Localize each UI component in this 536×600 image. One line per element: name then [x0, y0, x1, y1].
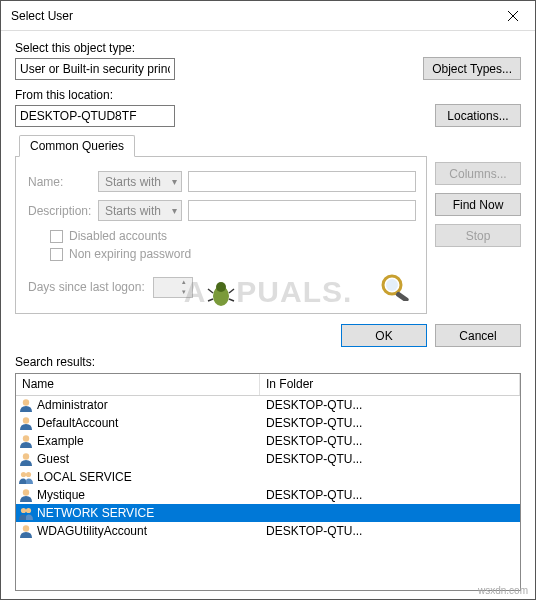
object-type-input[interactable]: [15, 58, 175, 80]
chevron-up-icon: ▴: [176, 277, 192, 287]
cq-desc-input[interactable]: [188, 200, 416, 221]
close-button[interactable]: [490, 1, 535, 31]
row-name-cell: Example: [18, 433, 262, 449]
cancel-button[interactable]: Cancel: [435, 324, 521, 347]
dialog-content: Select this object type: Object Types...…: [1, 31, 535, 599]
row-folder: DESKTOP-QTU...: [262, 488, 518, 502]
row-name: Example: [37, 434, 84, 448]
row-folder: DESKTOP-QTU...: [262, 434, 518, 448]
row-folder: DESKTOP-QTU...: [262, 416, 518, 430]
row-name-cell: Administrator: [18, 397, 262, 413]
results-body[interactable]: AdministratorDESKTOP-QTU...DefaultAccoun…: [16, 396, 520, 590]
user-icon: [18, 451, 34, 467]
row-name-cell: Mystique: [18, 487, 262, 503]
row-name-cell: DefaultAccount: [18, 415, 262, 431]
close-icon: [508, 11, 518, 21]
non-expiring-label: Non expiring password: [69, 247, 191, 261]
location-input[interactable]: [15, 105, 175, 127]
object-type-label: Select this object type:: [15, 41, 521, 55]
table-row[interactable]: MystiqueDESKTOP-QTU...: [16, 486, 520, 504]
user-icon: [18, 523, 34, 539]
stop-button: Stop: [435, 224, 521, 247]
table-row[interactable]: ExampleDESKTOP-QTU...: [16, 432, 520, 450]
search-results-list[interactable]: Name In Folder AdministratorDESKTOP-QTU.…: [15, 373, 521, 591]
cq-desc-mode-combo[interactable]: Starts with ▾: [98, 200, 182, 221]
row-folder: DESKTOP-QTU...: [262, 398, 518, 412]
results-header[interactable]: Name In Folder: [16, 374, 520, 396]
days-since-logon-spinner[interactable]: ▴▾: [153, 277, 193, 298]
user-icon: [18, 397, 34, 413]
table-row[interactable]: DefaultAccountDESKTOP-QTU...: [16, 414, 520, 432]
row-name: LOCAL SERVICE: [37, 470, 132, 484]
column-name[interactable]: Name: [16, 374, 260, 395]
row-name: Administrator: [37, 398, 108, 412]
find-now-button[interactable]: Find Now: [435, 193, 521, 216]
locations-button[interactable]: Locations...: [435, 104, 521, 127]
window-title: Select User: [11, 9, 73, 23]
row-name-cell: NETWORK SERVICE: [18, 505, 262, 521]
users-group-icon: [18, 469, 34, 485]
chevron-down-icon: ▾: [172, 205, 177, 216]
table-row[interactable]: GuestDESKTOP-QTU...: [16, 450, 520, 468]
magnifier-icon: [376, 273, 416, 301]
common-queries-tabs: Common Queries: [19, 135, 521, 157]
row-name-cell: WDAGUtilityAccount: [18, 523, 262, 539]
table-row[interactable]: WDAGUtilityAccountDESKTOP-QTU...: [16, 522, 520, 540]
chevron-down-icon: ▾: [172, 176, 177, 187]
row-name: Mystique: [37, 488, 85, 502]
disabled-accounts-checkbox[interactable]: [50, 230, 63, 243]
non-expiring-checkbox[interactable]: [50, 248, 63, 261]
row-folder: DESKTOP-QTU...: [262, 524, 518, 538]
svg-point-4: [386, 279, 398, 291]
select-user-dialog: Select User Select this object type: Obj…: [0, 0, 536, 600]
cq-name-mode-combo[interactable]: Starts with ▾: [98, 171, 182, 192]
row-name: NETWORK SERVICE: [37, 506, 154, 520]
table-row[interactable]: NETWORK SERVICE: [16, 504, 520, 522]
search-results-label: Search results:: [15, 355, 521, 369]
days-since-logon-label: Days since last logon:: [28, 280, 145, 294]
chevron-down-icon: ▾: [176, 287, 192, 297]
column-folder[interactable]: In Folder: [260, 374, 520, 395]
ok-button[interactable]: OK: [341, 324, 427, 347]
tab-common-queries[interactable]: Common Queries: [19, 135, 135, 157]
users-group-icon: [18, 505, 34, 521]
table-row[interactable]: LOCAL SERVICE: [16, 468, 520, 486]
row-name: DefaultAccount: [37, 416, 118, 430]
disabled-accounts-label: Disabled accounts: [69, 229, 167, 243]
user-icon: [18, 415, 34, 431]
columns-button: Columns...: [435, 162, 521, 185]
location-label: From this location:: [15, 88, 521, 102]
common-queries-group: Name: Starts with ▾ Description: Starts …: [15, 156, 427, 314]
user-icon: [18, 487, 34, 503]
user-icon: [18, 433, 34, 449]
cq-name-input[interactable]: [188, 171, 416, 192]
row-name-cell: LOCAL SERVICE: [18, 469, 262, 485]
row-name-cell: Guest: [18, 451, 262, 467]
cq-name-label: Name:: [28, 175, 92, 189]
row-folder: DESKTOP-QTU...: [262, 452, 518, 466]
title-bar: Select User: [1, 1, 535, 31]
svg-rect-3: [395, 291, 409, 301]
table-row[interactable]: AdministratorDESKTOP-QTU...: [16, 396, 520, 414]
object-types-button[interactable]: Object Types...: [423, 57, 521, 80]
cq-desc-label: Description:: [28, 204, 92, 218]
row-name: WDAGUtilityAccount: [37, 524, 147, 538]
row-name: Guest: [37, 452, 69, 466]
side-buttons: Columns... Find Now Stop: [435, 162, 521, 247]
